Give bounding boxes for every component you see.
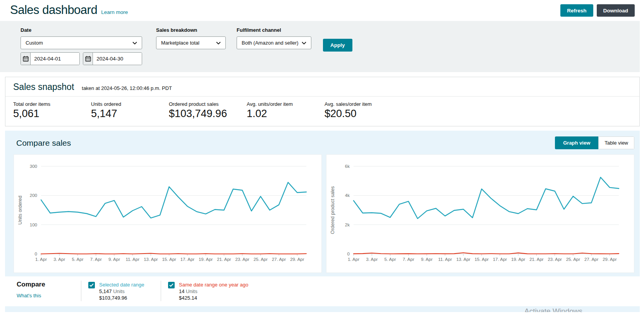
legend-sales-value: $103,749.96 xyxy=(99,295,144,301)
chevron-down-icon xyxy=(302,40,306,46)
svg-text:7. Apr: 7. Apr xyxy=(403,257,414,262)
svg-text:9. Apr: 9. Apr xyxy=(421,257,433,262)
graph-view-button[interactable]: Graph view xyxy=(555,136,598,149)
svg-text:25. Apr: 25. Apr xyxy=(566,257,580,262)
date-range-select-value: Custom xyxy=(26,40,43,46)
date-range-select[interactable]: Custom xyxy=(21,36,142,49)
svg-text:27. Apr: 27. Apr xyxy=(272,257,286,262)
sales-breakdown-select[interactable]: Marketplace total xyxy=(156,36,226,49)
svg-text:0: 0 xyxy=(347,252,350,256)
page-header: Sales dashboard Learn more Refresh Downl… xyxy=(0,0,644,21)
svg-text:1. Apr: 1. Apr xyxy=(35,257,47,262)
stat-ordered-product-sales: Ordered product sales $103,749.96 xyxy=(169,101,247,120)
legend-sales-value: $425.14 xyxy=(179,295,248,301)
fulfilment-channel-select[interactable]: Both (Amazon and seller) xyxy=(237,36,311,49)
svg-text:100: 100 xyxy=(30,223,37,227)
fulfilment-channel-label: Fulfilment channel xyxy=(237,27,311,33)
view-toggle: Graph view Table view xyxy=(555,136,634,149)
compare-heading: Compare xyxy=(17,281,81,288)
svg-text:21. Apr: 21. Apr xyxy=(529,257,544,262)
stat-total-order-items: Total order items 5,061 xyxy=(13,101,91,120)
svg-text:29. Apr: 29. Apr xyxy=(603,257,617,262)
svg-text:6k: 6k xyxy=(345,164,350,169)
svg-text:9. Apr: 9. Apr xyxy=(108,257,120,262)
svg-text:13. Apr: 13. Apr xyxy=(456,257,471,262)
legend-units-word: Units xyxy=(186,288,197,294)
ordered-product-sales-chart-card: 02k4k6k1. Apr3. Apr5. Apr7. Apr9. Apr11.… xyxy=(326,154,634,273)
sales-snapshot-card: Sales snapshot taken at 2024-05-26, 12:0… xyxy=(5,77,640,126)
start-date-field[interactable] xyxy=(21,52,80,65)
calendar-icon[interactable] xyxy=(83,53,93,65)
svg-text:13. Apr: 13. Apr xyxy=(144,257,158,262)
stat-units-ordered: Units ordered 5,147 xyxy=(91,101,169,120)
svg-text:5. Apr: 5. Apr xyxy=(384,257,396,262)
start-date-input[interactable] xyxy=(31,53,79,65)
learn-more-link[interactable]: Learn more xyxy=(101,9,128,15)
svg-text:27. Apr: 27. Apr xyxy=(584,257,599,262)
svg-text:1. Apr: 1. Apr xyxy=(348,257,359,262)
calendar-icon[interactable] xyxy=(21,53,31,65)
page-title: Sales dashboard xyxy=(10,3,97,17)
svg-text:0: 0 xyxy=(35,252,37,256)
svg-text:19. Apr: 19. Apr xyxy=(199,257,213,262)
compare-sales-section: Compare sales Graph view Table view 0100… xyxy=(5,131,640,312)
svg-text:3. Apr: 3. Apr xyxy=(53,257,65,262)
svg-text:15. Apr: 15. Apr xyxy=(474,257,489,262)
sales-breakdown-select-value: Marketplace total xyxy=(161,40,199,46)
svg-text:3. Apr: 3. Apr xyxy=(366,257,378,262)
whats-this-link[interactable]: What's this xyxy=(17,293,41,298)
table-view-button[interactable]: Table view xyxy=(598,136,634,149)
svg-text:200: 200 xyxy=(30,193,37,198)
apply-button[interactable]: Apply xyxy=(323,39,352,52)
legend-units-value: 14 xyxy=(179,288,184,294)
legend-units-word: Units xyxy=(113,288,125,294)
svg-text:19. Apr: 19. Apr xyxy=(511,257,526,262)
download-button[interactable]: Download xyxy=(597,4,635,17)
legend-label: Same date range one year ago xyxy=(179,281,248,288)
chevron-down-icon xyxy=(216,40,221,46)
refresh-button[interactable]: Refresh xyxy=(560,4,593,17)
filter-bar: Date Custom Sales breakdown xyxy=(0,21,640,72)
compare-sales-title: Compare sales xyxy=(16,138,71,148)
svg-text:23. Apr: 23. Apr xyxy=(548,257,562,262)
svg-text:29. Apr: 29. Apr xyxy=(290,257,304,262)
one-year-ago-checkbox[interactable] xyxy=(168,282,175,288)
svg-text:23. Apr: 23. Apr xyxy=(235,257,249,262)
activate-windows-watermark: Activate Windows xyxy=(524,307,582,312)
legend-item-one-year-ago: Same date range one year ago 14 Units $4… xyxy=(161,281,262,301)
compare-legend: Compare What's this Selected date range … xyxy=(5,276,640,306)
chevron-down-icon xyxy=(132,40,137,46)
sales-snapshot-title: Sales snapshot xyxy=(13,82,74,92)
legend-units-value: 5,147 xyxy=(99,288,112,294)
svg-text:7. Apr: 7. Apr xyxy=(90,257,102,262)
snapshot-stats-row: Total order items 5,061 Units ordered 5,… xyxy=(5,97,639,126)
end-date-input[interactable] xyxy=(93,53,142,65)
svg-text:15. Apr: 15. Apr xyxy=(162,257,176,262)
selected-range-checkbox[interactable] xyxy=(88,282,95,288)
stat-avg-sales-per-order-item: Avg. sales/order item $20.50 xyxy=(325,101,372,120)
svg-text:11. Apr: 11. Apr xyxy=(438,257,452,262)
legend-item-selected-date-range: Selected date range 5,147 Units $103,749… xyxy=(81,281,161,301)
svg-text:11. Apr: 11. Apr xyxy=(125,257,139,262)
fulfilment-channel-select-value: Both (Amazon and seller) xyxy=(242,40,299,46)
stat-avg-units-per-order-item: Avg. units/order item 1.02 xyxy=(247,101,325,120)
ordered-product-sales-chart: 02k4k6k1. Apr3. Apr5. Apr7. Apr9. Apr11.… xyxy=(328,157,624,270)
svg-text:17. Apr: 17. Apr xyxy=(180,257,195,262)
end-date-field[interactable] xyxy=(83,52,142,65)
svg-text:Ordered product sales: Ordered product sales xyxy=(330,186,335,234)
svg-text:2k: 2k xyxy=(345,223,350,227)
snapshot-timestamp: taken at 2024-05-26, 12:00:46 p.m. PDT xyxy=(82,85,172,91)
svg-text:Units ordered: Units ordered xyxy=(17,195,23,224)
svg-text:25. Apr: 25. Apr xyxy=(254,257,268,262)
sales-breakdown-label: Sales breakdown xyxy=(156,27,226,33)
svg-text:4k: 4k xyxy=(345,193,350,198)
date-filter-label: Date xyxy=(21,27,142,33)
units-ordered-chart-card: 01002003001. Apr3. Apr5. Apr7. Apr9. Apr… xyxy=(14,154,322,273)
svg-text:5. Apr: 5. Apr xyxy=(72,257,83,262)
units-ordered-chart: 01002003001. Apr3. Apr5. Apr7. Apr9. Apr… xyxy=(15,157,312,270)
legend-label: Selected date range xyxy=(99,281,144,288)
svg-text:21. Apr: 21. Apr xyxy=(217,257,231,262)
svg-text:300: 300 xyxy=(30,164,37,169)
svg-text:17. Apr: 17. Apr xyxy=(493,257,507,262)
